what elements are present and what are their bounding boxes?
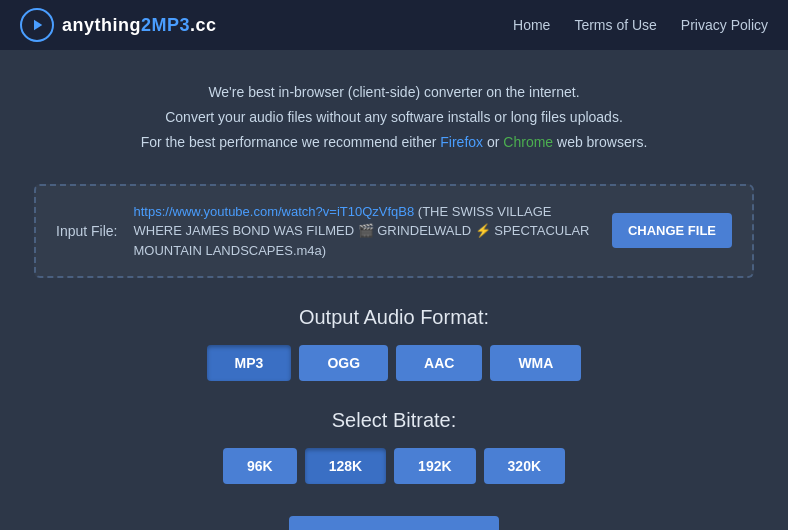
logo: anything2MP3.cc bbox=[20, 8, 217, 42]
output-format-label: Output Audio Format: bbox=[20, 306, 768, 329]
input-file-url[interactable]: https://www.youtube.com/watch?v=iT10QzVf… bbox=[133, 204, 414, 219]
format-aac[interactable]: AAC bbox=[396, 345, 482, 381]
bitrate-128k[interactable]: 128K bbox=[305, 448, 386, 484]
format-buttons: MP3 OGG AAC WMA bbox=[20, 345, 768, 381]
nav-home[interactable]: Home bbox=[513, 17, 550, 33]
bitrate-320k[interactable]: 320K bbox=[484, 448, 565, 484]
logo-highlight: 2MP3 bbox=[141, 15, 190, 35]
nav-privacy[interactable]: Privacy Policy bbox=[681, 17, 768, 33]
input-file-box: Input File: https://www.youtube.com/watc… bbox=[34, 184, 754, 279]
format-mp3[interactable]: MP3 bbox=[207, 345, 292, 381]
bitrate-label: Select Bitrate: bbox=[20, 409, 768, 432]
header: anything2MP3.cc Home Terms of Use Privac… bbox=[0, 0, 788, 50]
bitrate-192k[interactable]: 192K bbox=[394, 448, 475, 484]
intro-text: We're best in-browser (client-side) conv… bbox=[20, 80, 768, 156]
logo-icon bbox=[20, 8, 54, 42]
change-file-button[interactable]: CHANGE FILE bbox=[612, 213, 732, 248]
intro-line2: Convert your audio files without any sof… bbox=[20, 105, 768, 130]
intro-line3: For the best performance we recommend ei… bbox=[20, 130, 768, 155]
intro-line3-prefix: For the best performance we recommend ei… bbox=[141, 134, 441, 150]
main-nav: Home Terms of Use Privacy Policy bbox=[513, 17, 768, 33]
input-file-label: Input File: bbox=[56, 223, 117, 239]
format-wma[interactable]: WMA bbox=[490, 345, 581, 381]
bitrate-buttons: 96K 128K 192K 320K bbox=[20, 448, 768, 484]
intro-line3-suffix: web browsers. bbox=[553, 134, 647, 150]
intro-line1: We're best in-browser (client-side) conv… bbox=[20, 80, 768, 105]
intro-line3-middle: or bbox=[483, 134, 503, 150]
main-content: We're best in-browser (client-side) conv… bbox=[0, 50, 788, 530]
input-file-value: https://www.youtube.com/watch?v=iT10QzVf… bbox=[133, 202, 595, 261]
bitrate-96k[interactable]: 96K bbox=[223, 448, 297, 484]
svg-marker-0 bbox=[34, 20, 42, 31]
chrome-link[interactable]: Chrome bbox=[503, 134, 553, 150]
firefox-link[interactable]: Firefox bbox=[440, 134, 483, 150]
convert-button[interactable]: CONVERT FILE bbox=[289, 516, 498, 530]
logo-text: anything2MP3.cc bbox=[62, 15, 217, 36]
format-ogg[interactable]: OGG bbox=[299, 345, 388, 381]
nav-terms[interactable]: Terms of Use bbox=[574, 17, 656, 33]
